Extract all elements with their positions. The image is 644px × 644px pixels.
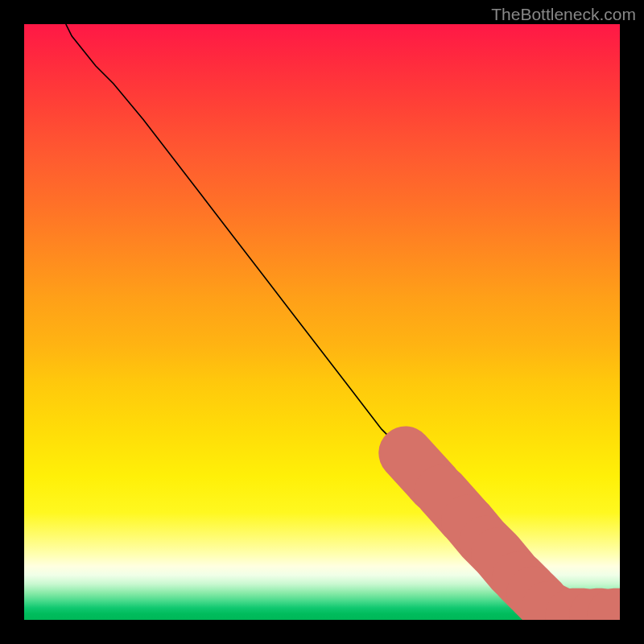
- chart-curve: [24, 24, 620, 620]
- watermark-text: TheBottleneck.com: [491, 5, 636, 24]
- chart-plot-area: [24, 24, 620, 620]
- highlighted-segments: [406, 453, 620, 615]
- curve-line: [66, 24, 620, 615]
